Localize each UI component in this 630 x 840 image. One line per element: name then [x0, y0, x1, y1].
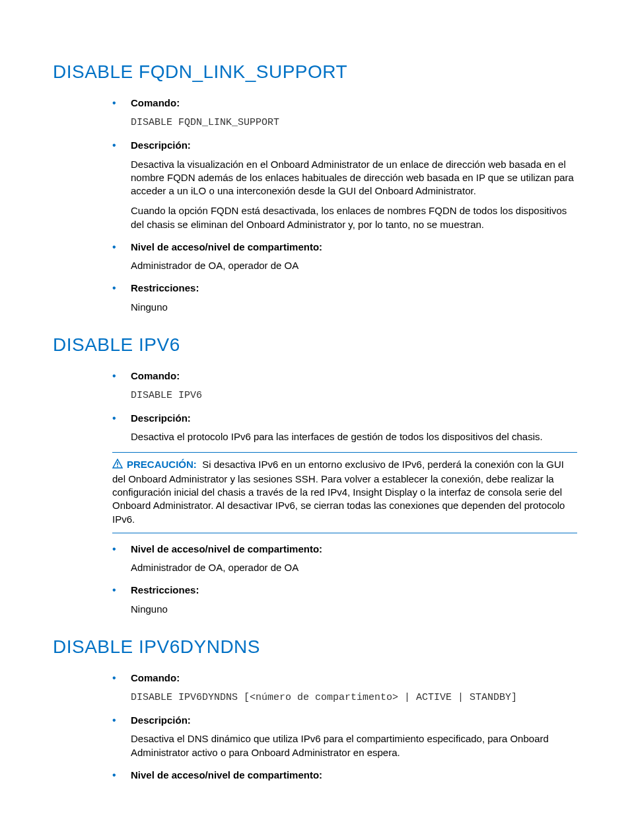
item-label: Descripción:: [131, 412, 577, 425]
section-heading: DISABLE IPV6: [53, 332, 577, 358]
bullet-list: Comando: DISABLE IPV6 Descripción: Desac…: [53, 369, 577, 616]
bullet-list: Comando: DISABLE FQDN_LINK_SUPPORT Descr…: [53, 96, 577, 314]
command-code: DISABLE IPV6: [131, 390, 202, 401]
section-heading: DISABLE IPV6DYNDNS: [53, 634, 577, 660]
list-item: Descripción: Desactiva el protocolo IPv6…: [112, 412, 577, 533]
list-item: Nivel de acceso/nivel de compartimento: …: [112, 543, 577, 575]
list-item: Restricciones: Ninguno: [112, 282, 577, 314]
description-paragraph: Desactiva la visualización en el Onboard…: [131, 158, 577, 198]
item-label: Nivel de acceso/nivel de compartimento:: [131, 241, 577, 254]
caution-label: PRECAUCIÓN:: [127, 459, 197, 470]
item-label: Comando:: [131, 671, 577, 685]
bullet-list: Comando: DISABLE IPV6DYNDNS [<número de …: [53, 671, 577, 783]
command-code: DISABLE IPV6DYNDNS [<número de compartim…: [131, 692, 517, 703]
item-label: Descripción:: [131, 139, 577, 152]
item-label: Restricciones:: [131, 584, 577, 597]
section-heading: DISABLE FQDN_LINK_SUPPORT: [53, 59, 577, 85]
warning-triangle-icon: [112, 459, 123, 473]
list-item: Restricciones: Ninguno: [112, 584, 577, 616]
caution-callout: PRECAUCIÓN: Si desactiva IPv6 en un ento…: [112, 452, 577, 533]
item-label: Descripción:: [131, 714, 577, 727]
item-label: Restricciones:: [131, 282, 577, 295]
item-value: Administrador de OA, operador de OA: [131, 562, 298, 573]
list-item: Descripción: Desactiva la visualización …: [112, 139, 577, 231]
item-value: Ninguno: [131, 301, 168, 313]
description-paragraph: Desactiva el protocolo IPv6 para las int…: [131, 430, 577, 443]
list-item: Nivel de acceso/nivel de compartimento: …: [112, 241, 577, 273]
item-label: Nivel de acceso/nivel de compartimento:: [131, 543, 577, 556]
description-paragraph: Cuando la opción FQDN está desactivada, …: [131, 204, 577, 231]
item-label: Comando:: [131, 369, 577, 383]
list-item: Comando: DISABLE FQDN_LINK_SUPPORT: [112, 96, 577, 130]
command-code: DISABLE FQDN_LINK_SUPPORT: [131, 117, 279, 128]
svg-point-1: [117, 466, 118, 467]
list-item: Comando: DISABLE IPV6: [112, 369, 577, 403]
list-item: Comando: DISABLE IPV6DYNDNS [<número de …: [112, 671, 577, 705]
item-value: Ninguno: [131, 603, 168, 615]
item-value: Administrador de OA, operador de OA: [131, 260, 298, 271]
list-item: Nivel de acceso/nivel de compartimento:: [112, 769, 577, 782]
description-paragraph: Desactiva el DNS dinámico que utiliza IP…: [131, 732, 577, 759]
list-item: Descripción: Desactiva el DNS dinámico q…: [112, 714, 577, 759]
item-label: Comando:: [131, 96, 577, 110]
item-label: Nivel de acceso/nivel de compartimento:: [131, 769, 577, 782]
